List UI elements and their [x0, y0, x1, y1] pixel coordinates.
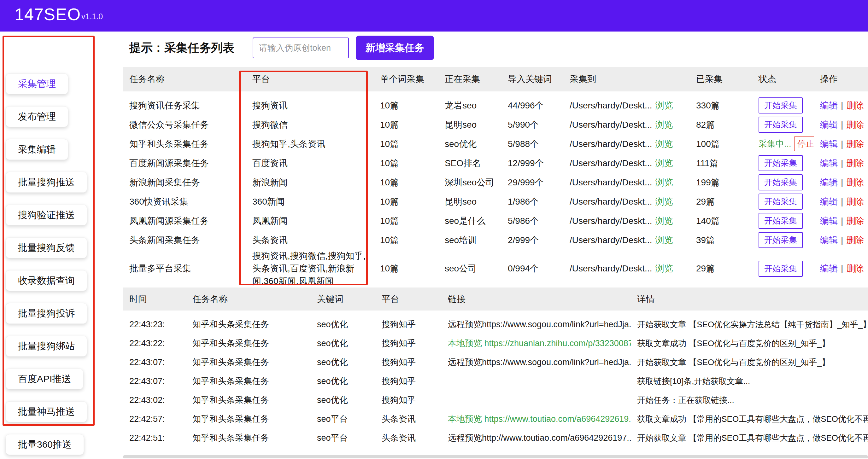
- log-row: 22:42:51: 知乎和头条采集任务 seo平台 头条资讯 远程预览http:…: [123, 428, 868, 447]
- sidebar-item[interactable]: 批量搜狗推送: [6, 172, 87, 193]
- browse-link[interactable]: 浏览: [655, 120, 673, 130]
- save-path: /Users/hardy/Deskt...: [569, 158, 652, 168]
- log-task-name: 知乎和头条采集任务: [186, 319, 311, 330]
- browse-link[interactable]: 浏览: [655, 216, 673, 226]
- column-header: 状态: [752, 73, 814, 85]
- start-collect-button[interactable]: 开始采集: [758, 97, 803, 113]
- sidebar-item[interactable]: 采集管理: [6, 73, 68, 94]
- start-collect-button[interactable]: 开始采集: [758, 155, 803, 171]
- delete-link[interactable]: 删除: [846, 120, 864, 130]
- sidebar-item[interactable]: 采集编辑: [6, 139, 68, 160]
- edit-link[interactable]: 编辑: [820, 216, 838, 226]
- log-link[interactable]: 本地预览 https://www.toutiao.com/a6964292619…: [441, 413, 631, 425]
- log-table: 时间 任务名称 关键词 平台 链接 详情 22:43:23: 知乎和头条采集任务…: [123, 288, 868, 447]
- log-time: 22:43:23:: [123, 320, 186, 329]
- column-header: 链接: [441, 293, 631, 305]
- browse-link[interactable]: 浏览: [655, 139, 673, 149]
- log-link[interactable]: 远程预览https://www.sogou.com/link?url=hedJj…: [441, 319, 631, 330]
- log-task-name: 知乎和头条采集任务: [186, 375, 311, 387]
- current-keyword: 龙岩seo: [438, 99, 501, 112]
- log-platform: 搜狗知乎: [375, 338, 441, 349]
- column-header: 导入关键词: [501, 73, 563, 85]
- column-header: 正在采集: [438, 73, 501, 85]
- save-path-cell: /Users/hardy/Deskt...浏览: [563, 157, 690, 170]
- edit-link[interactable]: 编辑: [820, 264, 838, 273]
- sidebar-item[interactable]: 批量搜狗投诉: [6, 303, 87, 324]
- horizontal-scrollbar[interactable]: [123, 455, 868, 458]
- delete-link[interactable]: 删除: [846, 235, 864, 245]
- log-link[interactable]: 远程预览http://www.toutiao.com/a69642926197.…: [441, 432, 631, 444]
- action-separator: |: [841, 101, 843, 110]
- collected-count: 199篇: [690, 176, 752, 189]
- log-row: 22:43:22: 知乎和头条采集任务 seo优化 搜狗知乎 本地预览 http…: [123, 334, 868, 353]
- sidebar: 采集管理 发布管理 采集编辑 批量搜狗推送 搜狗验证推送 批量搜狗反馈 收录数据…: [0, 32, 117, 459]
- log-row: 22:42:57: 知乎和头条采集任务 seo平台 头条资讯 本地预览 http…: [123, 409, 868, 428]
- log-link[interactable]: 远程预览https://www.sogou.com/link?url=hedJj…: [441, 357, 631, 368]
- action-separator: |: [841, 264, 843, 273]
- save-path-cell: /Users/hardy/Deskt...浏览: [563, 215, 690, 227]
- browse-link[interactable]: 浏览: [655, 101, 673, 110]
- edit-link[interactable]: 编辑: [820, 197, 838, 206]
- status-cell: 开始采集: [752, 213, 814, 229]
- browse-link[interactable]: 浏览: [655, 177, 673, 187]
- sidebar-item[interactable]: 收录数据查询: [6, 270, 87, 291]
- sidebar-item[interactable]: 批量神马推送: [6, 401, 87, 422]
- column-header: 采集到: [563, 73, 690, 85]
- start-collect-button[interactable]: 开始采集: [758, 174, 803, 190]
- status-cell: 开始采集: [752, 261, 814, 277]
- collected-count: 330篇: [690, 99, 752, 112]
- current-keyword: seo优化: [438, 138, 501, 151]
- table-row: 知乎和头条采集任务 搜狗知乎,头条资讯 10篇 seo优化 5/988个 /Us…: [123, 134, 868, 154]
- collected-count: 29篇: [690, 262, 752, 275]
- action-separator: |: [841, 158, 843, 168]
- token-input[interactable]: [253, 37, 349, 58]
- browse-link[interactable]: 浏览: [655, 158, 673, 168]
- add-task-button[interactable]: 新增采集任务: [356, 36, 434, 60]
- sidebar-item[interactable]: 批量搜狗反馈: [6, 237, 87, 258]
- edit-link[interactable]: 编辑: [820, 158, 838, 168]
- log-time: 22:43:07:: [123, 358, 186, 367]
- delete-link[interactable]: 删除: [846, 197, 864, 206]
- browse-link[interactable]: 浏览: [655, 235, 673, 245]
- sidebar-item[interactable]: 批量360推送: [6, 434, 84, 455]
- start-collect-button[interactable]: 开始采集: [758, 213, 803, 229]
- imported-keywords: 2/999个: [501, 234, 563, 247]
- delete-link[interactable]: 删除: [846, 158, 864, 168]
- delete-link[interactable]: 删除: [846, 216, 864, 226]
- stop-button[interactable]: 停止: [794, 136, 814, 151]
- edit-link[interactable]: 编辑: [820, 235, 838, 245]
- collected-count: 111篇: [690, 157, 752, 170]
- log-keyword: seo优化: [311, 338, 375, 349]
- actions-cell: 编辑|删除: [814, 262, 868, 275]
- task-name: 360快资讯采集: [123, 195, 246, 208]
- browse-link[interactable]: 浏览: [655, 264, 673, 273]
- save-path-cell: /Users/hardy/Deskt...浏览: [563, 119, 690, 131]
- delete-link[interactable]: 删除: [846, 264, 864, 273]
- sidebar-item[interactable]: 批量搜狗绑站: [6, 336, 87, 357]
- action-separator: |: [841, 139, 843, 149]
- edit-link[interactable]: 编辑: [820, 177, 838, 187]
- task-table-header: 任务名称 平台 单个词采集 正在采集 导入关键词 采集到 已采集 状态 操作: [123, 67, 868, 91]
- edit-link[interactable]: 编辑: [820, 120, 838, 130]
- start-collect-button[interactable]: 开始采集: [758, 232, 803, 248]
- sidebar-item[interactable]: 搜狗验证推送: [6, 205, 87, 225]
- log-link[interactable]: 本地预览 https://zhuanlan.zhihu.com/p/332300…: [441, 338, 631, 349]
- delete-link[interactable]: 删除: [846, 177, 864, 187]
- browse-link[interactable]: 浏览: [655, 197, 673, 206]
- sidebar-item[interactable]: 发布管理: [6, 106, 68, 127]
- imported-keywords: 29/999个: [501, 176, 563, 189]
- log-task-name: 知乎和头条采集任务: [186, 413, 311, 425]
- log-table-header: 时间 任务名称 关键词 平台 链接 详情: [123, 288, 868, 310]
- per-word-count: 10篇: [374, 215, 438, 227]
- start-collect-button[interactable]: 开始采集: [758, 194, 803, 210]
- delete-link[interactable]: 删除: [846, 101, 864, 110]
- start-collect-button[interactable]: 开始采集: [758, 261, 803, 277]
- delete-link[interactable]: 删除: [846, 139, 864, 149]
- sidebar-item[interactable]: 百度API推送: [6, 368, 83, 389]
- edit-link[interactable]: 编辑: [820, 139, 838, 149]
- actions-cell: 编辑|删除: [814, 119, 868, 131]
- start-collect-button[interactable]: 开始采集: [758, 117, 803, 133]
- edit-link[interactable]: 编辑: [820, 101, 838, 110]
- per-word-count: 10篇: [374, 119, 438, 131]
- collected-count: 39篇: [690, 234, 752, 247]
